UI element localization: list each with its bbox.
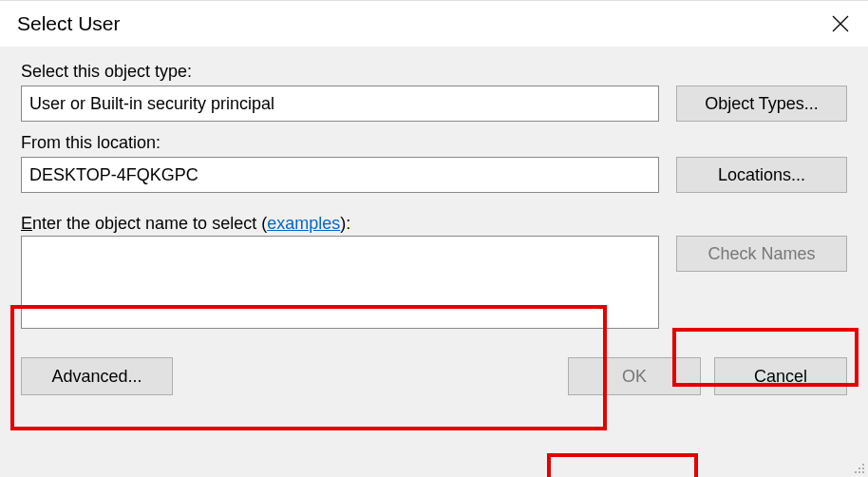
cancel-button[interactable]: Cancel xyxy=(714,357,847,395)
location-label: From this location: xyxy=(21,133,659,153)
ok-button[interactable]: OK xyxy=(568,357,701,395)
svg-point-6 xyxy=(859,471,860,473)
close-icon xyxy=(832,15,849,32)
object-type-value: User or Built-in security principal xyxy=(21,86,659,122)
close-button[interactable] xyxy=(813,1,868,47)
location-value: DESKTOP-4FQKGPC xyxy=(21,157,659,193)
svg-point-3 xyxy=(859,467,860,469)
titlebar: Select User xyxy=(0,1,868,47)
advanced-button[interactable]: Advanced... xyxy=(21,357,173,395)
svg-point-2 xyxy=(862,464,864,466)
object-types-button[interactable]: Object Types... xyxy=(676,86,847,122)
dialog-content: Select this object type: User or Built-i… xyxy=(0,47,868,477)
check-names-button[interactable]: Check Names xyxy=(676,236,847,272)
dialog-title: Select User xyxy=(17,12,121,35)
select-user-dialog: Select User Select this object type: Use… xyxy=(0,0,868,477)
annotation-highlight xyxy=(547,453,698,477)
object-name-input[interactable] xyxy=(21,236,659,329)
object-type-label: Select this object type: xyxy=(21,62,659,82)
examples-link[interactable]: examples xyxy=(267,214,340,233)
svg-point-7 xyxy=(862,471,864,473)
resize-grip-icon[interactable] xyxy=(851,460,866,475)
object-name-label: Enter the object name to select (example… xyxy=(21,214,847,234)
locations-button[interactable]: Locations... xyxy=(676,157,847,193)
svg-point-4 xyxy=(862,467,864,469)
svg-point-5 xyxy=(855,471,857,473)
